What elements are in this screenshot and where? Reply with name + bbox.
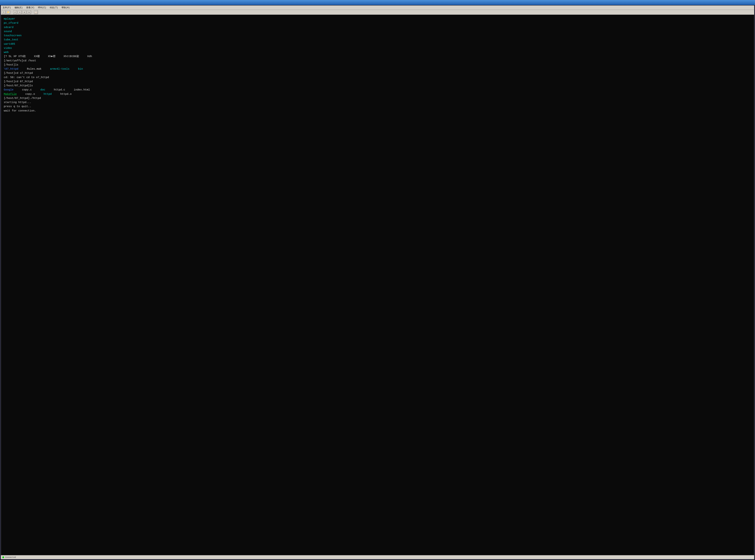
toolbar-refresh2-btn[interactable]: ↻ xyxy=(27,11,31,14)
menu-file[interactable]: 文件(F) xyxy=(2,6,12,9)
term-line-sound: sound xyxy=(4,29,751,34)
toolbar-fwd-btn[interactable]: ↪ xyxy=(18,11,22,14)
term-cd-o7: [/host]cd o7_httpd xyxy=(4,71,751,75)
term-line-garbage: [? 5L XP XTh欺 XX楼 Xh►標 XhttBtB0架 Xdh xyxy=(4,54,751,59)
term-waitconn: wait for connection. xyxy=(4,109,751,113)
term-file-indexhtml: index.html xyxy=(74,88,90,92)
term-starting: starting httpd... xyxy=(4,100,751,104)
term-file-httpd: httpd xyxy=(44,92,52,96)
terminal: mplayer pc_cfcard sdcard sound touchscre… xyxy=(1,15,754,555)
term-pressq: press q to quit.. xyxy=(4,104,751,108)
term-dir-google: Google xyxy=(4,88,14,92)
menu-edit[interactable]: 编辑(E) xyxy=(14,6,24,9)
term-file-makefile: Makefile xyxy=(4,92,17,96)
term-dir-armv4l: armv4l-tools xyxy=(50,67,69,71)
toolbar-open-btn[interactable]: 📂 xyxy=(6,11,10,14)
term-dir-07_httpd: \07_httpd xyxy=(4,67,18,71)
term-ls-output1: \07_httpd Rules.mak armv4l-tools bin xyxy=(4,67,751,71)
term-ls-output3: Makefile copy.o httpd httpd.o xyxy=(4,92,751,96)
status-text: Connected xyxy=(5,556,16,558)
term-line-uart485: uart485 xyxy=(4,42,751,46)
term-line-pc_cfcard: pc_cfcard xyxy=(4,21,751,25)
term-line-cd-host: [/mnt/yaffs]cd /host xyxy=(4,59,751,63)
toolbar-clip-btn[interactable]: 📋 xyxy=(34,11,38,14)
term-line-video: video xyxy=(4,46,751,50)
status-bar: Connected xyxy=(1,555,754,559)
term-file-httpdo: httpd.o xyxy=(60,92,72,96)
menu-view[interactable]: 查看(V) xyxy=(25,6,36,9)
app-window: 文件(F) 编辑(E) 查看(V) 呼叫(C) 传送(T) 帮助(H) □ 📂 … xyxy=(1,5,754,559)
menu-help[interactable]: 帮助(H) xyxy=(60,6,71,9)
toolbar-sep1 xyxy=(12,11,12,14)
toolbar: □ 📂 ↩ ↪ ↺ ↻ 📋 xyxy=(1,10,754,15)
term-dir-bin: bin xyxy=(78,67,83,71)
term-dir-doc: doc xyxy=(40,88,45,92)
term-line-tube_test: tube_test xyxy=(4,38,751,42)
connection-indicator xyxy=(2,556,4,558)
toolbar-sep2 xyxy=(32,11,33,14)
term-line-mplayer: mplayer xyxy=(4,17,751,21)
term-file-httpc: httpd.c xyxy=(54,88,65,92)
term-run-httpd: [/host/07_httpd]./httpd xyxy=(4,96,751,100)
term-cd-error: cd: 50: can't cd to o7_httpd xyxy=(4,75,751,80)
term-line-web: web xyxy=(4,50,751,54)
menu-transfer[interactable]: 传送(T) xyxy=(48,6,59,9)
term-file-copyo: copy.o xyxy=(25,92,35,96)
menu-bar: 文件(F) 编辑(E) 查看(V) 呼叫(C) 传送(T) 帮助(H) xyxy=(1,5,754,10)
menu-call[interactable]: 呼叫(C) xyxy=(37,6,47,9)
term-ls-output2: Google copy.c doc httpd.c index.html xyxy=(4,88,751,92)
toolbar-refresh-btn[interactable]: ↺ xyxy=(22,11,26,14)
term-cd-07: [/host]cd 07_httpd xyxy=(4,80,751,84)
term-line-touchscreen: touchscreen xyxy=(4,34,751,38)
toolbar-back-btn[interactable]: ↩ xyxy=(13,11,17,14)
term-ls2: [/host/07_httpd]ls xyxy=(4,84,751,88)
term-file-rules: Rules.mak xyxy=(27,67,41,71)
term-line-sdcard: sdcard xyxy=(4,25,751,29)
term-line-ls1: [/host]ls xyxy=(4,63,751,67)
term-file-copyc: copy.c xyxy=(22,88,32,92)
toolbar-new-btn[interactable]: □ xyxy=(2,11,5,14)
title-bar xyxy=(0,0,755,5)
